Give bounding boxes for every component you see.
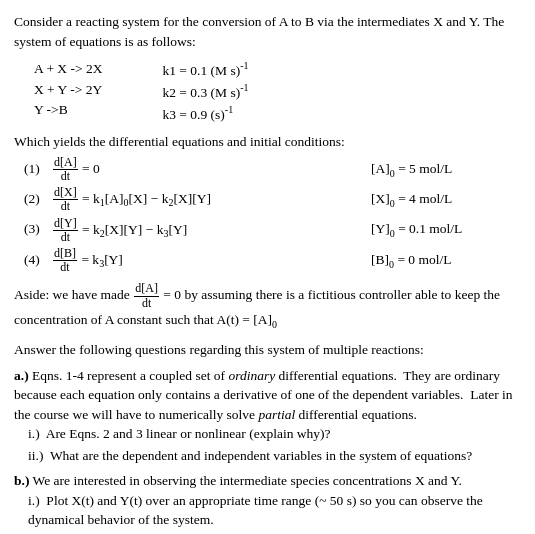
intro-text: Consider a reacting system for the conve… <box>14 14 504 49</box>
reaction-3: Y ->B <box>34 100 102 120</box>
ode-eq-2: d[X] dt = k1[A]0[X] − k2[X][Y] <box>52 186 335 213</box>
which-yields-label: Which yields the differential equations … <box>14 132 521 152</box>
ode-eq-1: d[A] dt = 0 <box>52 156 335 183</box>
rate-3: k3 = 0.9 (s)-1 <box>162 103 248 124</box>
question-a-text: a.) Eqns. 1-4 represent a coupled set of… <box>14 366 521 425</box>
ode-row-4: (4) d[B] dt = k3[Y] [B]0 = 0 mol/L <box>24 247 521 274</box>
ode-row-3: (3) d[Y] dt = k2[X][Y] − k3[Y] [Y]0 = 0.… <box>24 217 521 244</box>
question-a: a.) Eqns. 1-4 represent a coupled set of… <box>14 366 521 466</box>
rates-list: k1 = 0.1 (M s)-1 k2 = 0.3 (M s)-1 k3 = 0… <box>162 59 248 124</box>
ode-ic-3: [Y]0 = 0.1 mol/L <box>341 219 521 241</box>
ode-num-2: (2) <box>24 189 46 209</box>
question-b: b.) We are interested in observing the i… <box>14 471 521 534</box>
question-b-text: b.) We are interested in observing the i… <box>14 471 521 491</box>
reactions-list: A + X -> 2X X + Y -> 2Y Y ->B <box>34 59 102 124</box>
ode-row-1: (1) d[A] dt = 0 [A]0 = 5 mol/L <box>24 156 521 183</box>
rate-1: k1 = 0.1 (M s)-1 <box>162 59 248 80</box>
aside-fraction: d[A] dt <box>134 282 159 309</box>
fraction-3: d[Y] dt <box>53 217 78 244</box>
ode-num-3: (3) <box>24 219 46 239</box>
question-b-sub-1: i.) Plot X(t) and Y(t) over an appropria… <box>28 491 521 530</box>
ode-num-4: (4) <box>24 250 46 270</box>
fraction-2: d[X] dt <box>53 186 78 213</box>
ode-list: (1) d[A] dt = 0 [A]0 = 5 mol/L (2) d[X] … <box>24 156 521 275</box>
ode-eq-4: d[B] dt = k3[Y] <box>52 247 335 274</box>
ode-ic-4: [B]0 = 0 mol/L <box>341 250 521 272</box>
question-a-sub-1: i.) Are Eqns. 2 and 3 linear or nonlinea… <box>28 424 521 444</box>
ode-ic-2: [X]0 = 4 mol/L <box>341 189 521 211</box>
fraction-4: d[B] dt <box>53 247 77 274</box>
equations-block: A + X -> 2X X + Y -> 2Y Y ->B k1 = 0.1 (… <box>34 59 521 124</box>
answer-title: Answer the following questions regarding… <box>14 340 521 360</box>
ode-eq-3: d[Y] dt = k2[X][Y] − k3[Y] <box>52 217 335 244</box>
rate-2: k2 = 0.3 (M s)-1 <box>162 81 248 102</box>
reaction-2: X + Y -> 2Y <box>34 80 102 100</box>
reaction-1: A + X -> 2X <box>34 59 102 79</box>
aside-block: Aside: we have made d[A] dt = 0 by assum… <box>14 282 521 332</box>
ode-ic-1: [A]0 = 5 mol/L <box>341 159 521 181</box>
question-a-sub-2: ii.) What are the dependent and independ… <box>28 446 521 466</box>
fraction-1: d[A] dt <box>53 156 78 183</box>
ode-num-1: (1) <box>24 159 46 179</box>
ode-row-2: (2) d[X] dt = k1[A]0[X] − k2[X][Y] [X]0 … <box>24 186 521 213</box>
intro-paragraph: Consider a reacting system for the conve… <box>14 12 521 51</box>
